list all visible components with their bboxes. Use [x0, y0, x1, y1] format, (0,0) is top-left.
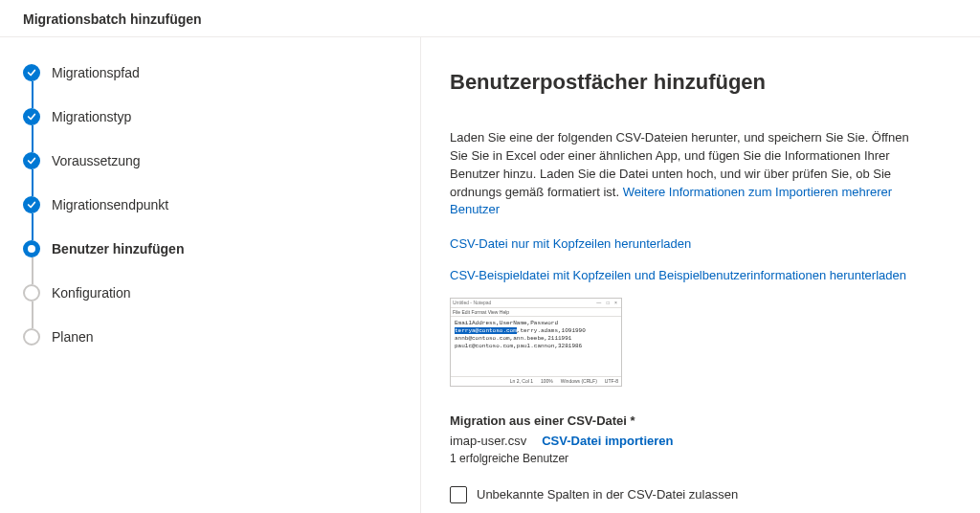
notepad-content: EmailAddress,UserName,Password terrya@co…: [451, 317, 621, 376]
content-heading: Benutzerpostfächer hinzufügen: [450, 70, 928, 95]
circle-icon: [23, 328, 40, 346]
body-wrap: Migrationspfad Migrationstyp Voraussetzu…: [0, 37, 980, 513]
step-label: Konfiguration: [52, 284, 131, 301]
checkbox-label: Unbekannte Spalten in der CSV-Datei zula…: [477, 487, 738, 502]
step-label: Migrationsendpunkt: [52, 196, 168, 213]
csv-success-text: 1 erfolgreiche Benutzer: [450, 452, 928, 465]
step-planen[interactable]: Planen: [23, 328, 397, 347]
step-label: Benutzer hinzufügen: [52, 240, 184, 257]
page-title: Migrationsbatch hinzufügen: [23, 11, 202, 27]
step-konfiguration[interactable]: Konfiguration: [23, 284, 397, 328]
csv-highlight: terrya@contoso.com: [455, 327, 517, 334]
step-migrationsendpunkt[interactable]: Migrationsendpunkt: [23, 196, 397, 240]
check-icon: [23, 196, 40, 213]
notepad-title: Untitled - Notepad: [453, 300, 491, 306]
check-icon: [23, 64, 40, 81]
step-label: Planen: [52, 328, 94, 346]
step-migrationspfad[interactable]: Migrationspfad: [23, 64, 397, 108]
csv-line3: annb@contoso.com,ann.beebe,2111991: [455, 335, 571, 342]
page-header: Migrationsbatch hinzufügen: [0, 0, 980, 37]
allow-unknown-columns-row[interactable]: Unbekannte Spalten in der CSV-Datei zula…: [450, 486, 928, 503]
step-label: Migrationspfad: [52, 64, 140, 81]
step-voraussetzung[interactable]: Voraussetzung: [23, 152, 397, 196]
notepad-statusbar: Ln 2, Col 1 100% Windows (CRLF) UTF-8: [451, 376, 621, 386]
csv-header-line: EmailAddress,UserName,Password: [455, 320, 558, 326]
csv-import-row: imap-user.csv CSV-Datei importieren: [450, 434, 928, 448]
check-icon: [23, 108, 40, 125]
checkbox-icon[interactable]: [450, 486, 467, 503]
current-step-icon: [23, 240, 40, 257]
step-label: Migrationstyp: [52, 108, 131, 125]
description: Laden Sie eine der folgenden CSV-Dateien…: [450, 129, 928, 219]
csv-line4: paulc@contoso.com,paul.cannon,3281986: [455, 343, 582, 349]
status-charset: UTF-8: [605, 378, 618, 385]
step-label: Voraussetzung: [52, 152, 141, 169]
notepad-menubar: File Edit Format View Help: [451, 308, 621, 318]
wizard-stepper: Migrationspfad Migrationstyp Voraussetzu…: [0, 37, 421, 513]
csv-filename: imap-user.csv: [450, 434, 526, 448]
status-enc: Windows (CRLF): [561, 378, 597, 385]
step-migrationstyp[interactable]: Migrationstyp: [23, 108, 397, 152]
download-sample-link[interactable]: CSV-Beispieldatei mit Kopfzeilen und Bei…: [450, 268, 928, 282]
csv-line2-rest: ,terry.adams,1091990: [517, 327, 586, 334]
step-benutzer-hinzufuegen[interactable]: Benutzer hinzufügen: [23, 240, 397, 284]
check-icon: [23, 152, 40, 169]
csv-import-button[interactable]: CSV-Datei importieren: [542, 434, 673, 448]
notepad-titlebar: Untitled - Notepad — □ ×: [451, 299, 621, 308]
circle-icon: [23, 284, 40, 301]
status-pos: Ln 2, Col 1: [510, 378, 533, 385]
status-zoom: 100%: [541, 378, 553, 385]
window-controls-icon: — □ ×: [596, 300, 619, 306]
csv-section-label: Migration aus einer CSV-Datei *: [450, 413, 928, 428]
notepad-preview: Untitled - Notepad — □ × File Edit Forma…: [450, 298, 622, 387]
main-content: Benutzerpostfächer hinzufügen Laden Sie …: [421, 37, 957, 513]
download-headers-link[interactable]: CSV-Datei nur mit Kopfzeilen herunterlad…: [450, 236, 928, 251]
